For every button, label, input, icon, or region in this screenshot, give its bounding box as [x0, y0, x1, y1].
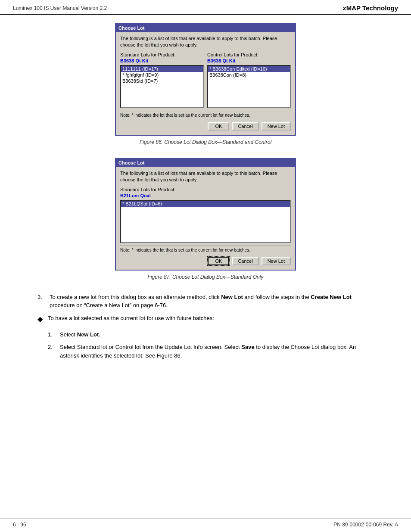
sub-step2-bold: Save	[241, 344, 254, 350]
bullet-diamond-icon: ◆	[37, 314, 44, 324]
dialog2-newlot-button[interactable]: New Lot	[262, 257, 291, 265]
sub-step1-bold: New Lot	[77, 331, 99, 338]
list-item[interactable]: 1111111 (ID=17)	[121, 66, 203, 72]
dialog2-standard-listbox[interactable]: * B21LQStd (ID=6)	[120, 200, 291, 243]
dialog1-standard-product: B3638 Qt Kit	[120, 58, 204, 63]
header: Luminex 100 IS User Manual Version 2.2 x…	[0, 0, 411, 15]
dialog2-cancel-button[interactable]: Cancel	[232, 257, 258, 265]
figure1-caption: Figure 86. Choose Lot Dialog Box—Standar…	[140, 139, 271, 145]
header-italic: x	[342, 4, 346, 12]
dialog1-titlebar: Choose Lot	[116, 24, 295, 32]
dialog2-body: The following is a list of lots that are…	[116, 167, 295, 270]
list-item[interactable]: * B3638Con Edited (ID=16)	[208, 66, 290, 72]
dialog1-ok-button[interactable]: OK	[208, 122, 229, 131]
footer-left: 6 - 96	[13, 522, 26, 528]
step3-number: 3.	[37, 293, 46, 310]
footer: 6 - 96 PN 89-00002-00-069 Rev. A	[0, 519, 411, 532]
dialog1-control-label: Control Lots for Product:	[207, 52, 291, 57]
dialog1-standard-col: Standard Lots for Product: B3638 Qt Kit …	[120, 52, 204, 108]
dialog1-buttons: OK Cancel New Lot	[120, 120, 291, 131]
sub-step1: 1. Select New Lot.	[48, 330, 374, 339]
dialog1-columns: Standard Lots for Product: B3638 Qt Kit …	[120, 52, 291, 108]
step3-text: To create a new lot from this dialog box…	[50, 293, 374, 310]
dialog1-standard-listbox[interactable]: 1111111 (ID=17) * fghfgfgnf (ID=9) B3638…	[120, 65, 204, 108]
dialog2-buttons: OK Cancel New Lot	[120, 255, 291, 266]
body-content: 3. To create a new lot from this dialog …	[37, 293, 374, 364]
step3-text-middle: and follow the steps in the	[243, 294, 311, 300]
step3: 3. To create a new lot from this dialog …	[37, 293, 374, 310]
dialog1-cancel-button[interactable]: Cancel	[232, 122, 258, 131]
list-item[interactable]: * B21LQStd (ID=6)	[121, 201, 290, 207]
sub-step2-number: 2.	[48, 343, 56, 360]
sub-step2-text: Select Standard lot or Control lot from …	[60, 343, 374, 360]
dialog2-ok-button[interactable]: OK	[208, 257, 229, 265]
header-right: xMAP Technology	[342, 4, 398, 12]
dialog1-desc: The following is a list of lots that are…	[120, 35, 291, 49]
dialog1-body: The following is a list of lots that are…	[116, 32, 295, 135]
dialog1: Choose Lot The following is a list of lo…	[115, 23, 296, 136]
dialog2-container: Choose Lot The following is a list of lo…	[115, 158, 296, 289]
dialog1-standard-label: Standard Lots for Product:	[120, 52, 204, 57]
dialog2-standard-col: Standard Lots for Product: B21Lum Qual *…	[120, 187, 291, 243]
dialog1-note: Note: * indicates the lot that is set as…	[120, 111, 291, 118]
sub-step1-text: Select New Lot.	[60, 330, 374, 339]
sub-steps: 1. Select New Lot. 2. Select Standard lo…	[48, 330, 374, 360]
footer-right: PN 89-00002-00-069 Rev. A	[333, 522, 398, 528]
sub-step2-text-before: Select Standard lot or Control lot from …	[60, 344, 241, 350]
dialog2-titlebar: Choose Lot	[116, 159, 295, 167]
sub-step1-text-after: .	[99, 331, 100, 338]
bullet-text: To have a lot selected as the current lo…	[48, 314, 374, 324]
step3-bold1: New Lot	[221, 294, 243, 300]
step3-text-after: procedure on “Create a New Lot” on page …	[50, 302, 168, 308]
list-item[interactable]: B3638Std (ID=7)	[121, 78, 203, 84]
sub-step2: 2. Select Standard lot or Control lot fr…	[48, 343, 374, 360]
page: Luminex 100 IS User Manual Version 2.2 x…	[0, 0, 411, 532]
dialog1-control-col: Control Lots for Product: B3638 Qt Kit *…	[207, 52, 291, 108]
dialog2-desc: The following is a list of lots that are…	[120, 170, 291, 184]
dialog1-newlot-button[interactable]: New Lot	[262, 122, 291, 131]
bullet-item: ◆ To have a lot selected as the current …	[37, 314, 374, 324]
dialog2: Choose Lot The following is a list of lo…	[115, 158, 296, 271]
dialog2-standard-label: Standard Lots for Product:	[120, 187, 291, 192]
step3-text-before: To create a new lot from this dialog box…	[50, 294, 221, 300]
dialog1-control-listbox[interactable]: * B3638Con Edited (ID=16) B3638Con (ID=8…	[207, 65, 291, 108]
dialog1-control-product: B3638 Qt Kit	[207, 58, 291, 63]
sub-step1-number: 1.	[48, 330, 56, 339]
sub-step1-text-before: Select	[60, 331, 77, 338]
dialog1-container: Choose Lot The following is a list of lo…	[115, 23, 296, 154]
figure2-caption: Figure 87. Choose Lot Dialog Box—Standar…	[148, 274, 264, 280]
header-left: Luminex 100 IS User Manual Version 2.2	[13, 5, 107, 11]
list-item[interactable]: B3638Con (ID=8)	[208, 72, 290, 78]
dialog2-note: Note: * indicates the lot that is set as…	[120, 246, 291, 252]
dialog2-standard-product: B21Lum Qual	[120, 193, 291, 198]
step3-bold2: Create New Lot	[311, 294, 352, 300]
list-item[interactable]: * fghfgfgnf (ID=9)	[121, 72, 203, 78]
main-content: Choose Lot The following is a list of lo…	[0, 15, 411, 519]
